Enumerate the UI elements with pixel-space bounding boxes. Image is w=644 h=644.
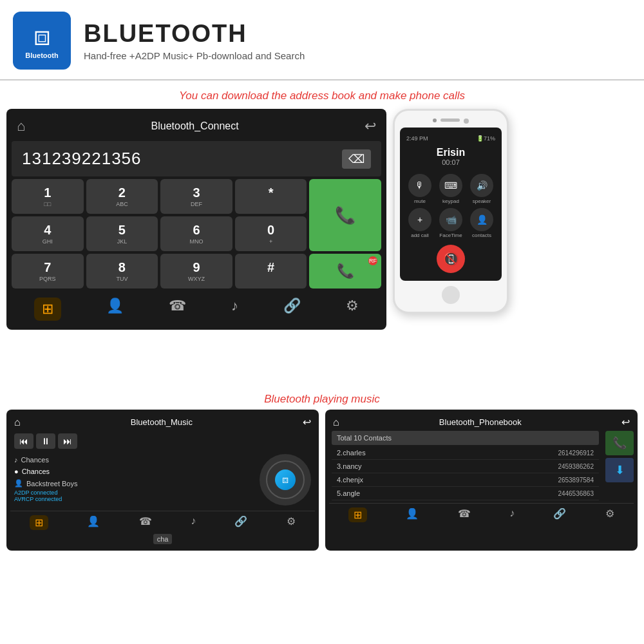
music-nav-settings[interactable]: ⚙ (287, 515, 296, 530)
dial-key-star[interactable]: * (235, 179, 307, 214)
phonebook-total: Total 10 Contacts (332, 431, 599, 445)
pb-nav-note[interactable]: ♪ (509, 507, 515, 522)
speaker-btn[interactable]: 🔊 (470, 174, 493, 197)
add-call-label: add call (406, 232, 433, 238)
dial-key-6[interactable]: 6MNO (160, 216, 232, 251)
pb-bottom-nav: ⊞ 👤 ☎ ♪ 🔗 ⚙ (329, 503, 634, 525)
music-nav-contacts[interactable]: 👤 (87, 515, 100, 530)
music-home-icon[interactable]: ⌂ (14, 417, 21, 428)
call-contact-btn[interactable]: 📞 (605, 431, 634, 455)
end-call-button[interactable]: 📵 (437, 245, 465, 273)
dial-key-8[interactable]: 8TUV (86, 254, 158, 289)
back-icon[interactable]: ↩ (365, 118, 376, 135)
music-back-icon[interactable]: ↩ (303, 416, 311, 428)
dial-key-0[interactable]: 0+ (235, 216, 307, 251)
time-display: 2:49 PM (406, 135, 428, 142)
phonebook-layout: Total 10 Contacts 2.charles 2614296912 3… (329, 431, 634, 500)
music-controls: ⏮ ⏸ ⏭ (10, 431, 315, 451)
side-buttons: 📞 ⬇ (605, 431, 634, 500)
search-input-small[interactable]: cha (153, 534, 173, 544)
mute-action: 🎙 mute (406, 174, 433, 204)
home-icon[interactable]: ⌂ (17, 118, 25, 135)
phone-top-area (400, 118, 502, 124)
contact-chenjx: 4.chenjx 2653897584 (332, 473, 599, 487)
pb-nav-contacts[interactable]: 👤 (406, 507, 419, 522)
dial-key-3[interactable]: 3DEF (160, 179, 232, 214)
keypad-action: ⌨ keypad (437, 174, 464, 204)
dial-key-1[interactable]: 1□□ (12, 179, 84, 214)
prev-btn[interactable]: ⏮ (14, 433, 33, 449)
track-name-1: Chances (21, 456, 49, 464)
contact-5-number: 2446536863 (558, 490, 594, 497)
phone-number: 131239221356 (22, 149, 142, 169)
music-screen-title: Bluetooth_Music (131, 417, 193, 427)
nav-link[interactable]: 🔗 (283, 298, 301, 321)
dialpad: 1□□ 2ABC 3DEF * 📞 4GHI 5JKL 6MNO 0+ (12, 179, 381, 289)
call-badge: RF (368, 256, 377, 265)
track-artist: Backstreet Boys (26, 480, 77, 488)
add-call-action: + add call (406, 208, 433, 238)
phonebook-list: Total 10 Contacts 2.charles 2614296912 3… (329, 431, 601, 500)
dial-key-7[interactable]: 7PQRS (12, 254, 84, 289)
bottom-screens: ⌂ Bluetooth_Music ↩ ⏮ ⏸ ⏭ ♪ Chances ● Ch… (0, 410, 644, 551)
contacts-btn[interactable]: 👤 (470, 208, 493, 231)
dial-key-hash[interactable]: # (235, 254, 307, 289)
music-nav-note[interactable]: ♪ (191, 515, 196, 530)
phone-home-button[interactable] (442, 286, 460, 304)
dial-key-2[interactable]: 2ABC (86, 179, 158, 214)
speaker-label: speaker (468, 198, 495, 204)
dial-key-9[interactable]: 9WXYZ (160, 254, 232, 289)
nav-grid[interactable]: ⊞ (34, 298, 61, 321)
page-subtitle: Hand-free +A2DP Music+ Pb-download and S… (84, 50, 305, 61)
facetime-btn[interactable]: 📹 (439, 208, 462, 231)
contact-4-number: 2653897584 (558, 477, 594, 484)
phone-frame: 2:49 PM 🔋71% Erisin 00:07 🎙 mute ⌨ keypa… (393, 109, 509, 314)
dial-key-5[interactable]: 5JKL (86, 216, 158, 251)
music-bottom-nav: ⊞ 👤 ☎ ♪ 🔗 ⚙ (10, 511, 315, 533)
contact-nancy: 3.nancy 2459386262 (332, 460, 599, 473)
keypad-label: keypad (437, 198, 464, 204)
music-nav-phone[interactable]: ☎ (139, 515, 152, 530)
call-button[interactable]: 📞 (309, 179, 381, 251)
call2-button[interactable]: 📞RF (309, 254, 381, 289)
facetime-label: FaceTime (437, 232, 464, 238)
delete-button[interactable]: ⌫ (342, 149, 371, 169)
add-call-btn[interactable]: + (408, 208, 431, 231)
call-duration: 00:07 (406, 158, 495, 166)
pb-nav-grid[interactable]: ⊞ (348, 507, 367, 522)
music-nav-grid[interactable]: ⊞ (30, 515, 48, 530)
header-text: BLUETOOTH Hand-free +A2DP Music+ Pb-down… (84, 20, 305, 61)
nav-contacts[interactable]: 👤 (106, 298, 124, 321)
next-btn[interactable]: ⏭ (58, 433, 77, 449)
download-contacts-btn[interactable]: ⬇ (605, 458, 634, 482)
dial-key-4[interactable]: 4GHI (12, 216, 84, 251)
facetime-action: 📹 FaceTime (437, 208, 464, 238)
nav-phone[interactable]: ☎ (169, 298, 186, 321)
mute-btn[interactable]: 🎙 (408, 174, 431, 197)
pb-screen-title: Bluetooth_Phonebook (439, 417, 522, 427)
pb-nav-phone[interactable]: ☎ (458, 507, 471, 522)
phonebook-screen-header: ⌂ Bluetooth_Phonebook ↩ (329, 413, 634, 431)
track-item-3: 👤 Backstreet Boys (14, 477, 254, 489)
pb-nav-link[interactable]: 🔗 (553, 507, 566, 522)
track-item-2: ● Chances (14, 466, 254, 477)
phone-display: 131239221356 ⌫ (12, 141, 381, 176)
logo-label: Bluetooth (25, 52, 58, 59)
dot-icon-2: ● (14, 468, 19, 475)
vinyl-rings (266, 460, 305, 499)
bluetooth-symbol: ⧈ (33, 23, 51, 50)
nav-settings[interactable]: ⚙ (346, 298, 359, 321)
play-pause-btn[interactable]: ⏸ (36, 433, 55, 449)
pb-back-icon[interactable]: ↩ (621, 416, 630, 428)
pb-home-icon[interactable]: ⌂ (333, 417, 339, 428)
keypad-btn[interactable]: ⌨ (439, 174, 462, 197)
header-section: ⧈ Bluetooth BLUETOOTH Hand-free +A2DP Mu… (0, 0, 644, 80)
status-bar: 2:49 PM 🔋71% (406, 135, 495, 142)
note-icon-1: ♪ (14, 456, 18, 464)
nav-music[interactable]: ♪ (231, 298, 238, 321)
pb-nav-settings[interactable]: ⚙ (605, 507, 614, 522)
track-list: ♪ Chances ● Chances 👤 Backstreet Boys A2… (14, 454, 254, 506)
music-info: ♪ Chances ● Chances 👤 Backstreet Boys A2… (10, 451, 315, 508)
music-nav-link[interactable]: 🔗 (234, 515, 247, 530)
car-screen-large: ⌂ Bluetooth_Connect ↩ 131239221356 ⌫ 1□□… (6, 109, 386, 330)
